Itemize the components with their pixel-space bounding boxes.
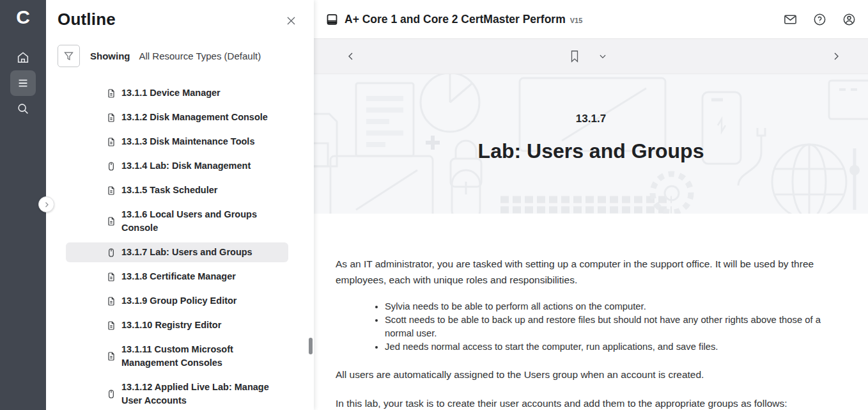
collapse-panel-button[interactable] — [38, 196, 54, 212]
outline-item-label: 13.1.8 Certificate Manager — [121, 270, 236, 283]
chevron-down-icon — [598, 52, 607, 61]
outline-list: 13.1.1 Device Manager 13 — [46, 83, 314, 410]
home-icon — [16, 51, 30, 65]
course-version-badge: V15 — [570, 17, 583, 24]
close-icon — [285, 15, 297, 27]
outline-item[interactable]: 13.1.7 Lab: Users and Groups — [66, 242, 288, 262]
outline-item[interactable]: 13.1.11 Custom Microsoft Management Cons… — [66, 340, 288, 373]
mail-icon — [783, 12, 798, 27]
close-outline-button[interactable] — [283, 12, 300, 29]
outline-item[interactable]: 13.1.2 Disk Management Console — [66, 107, 288, 127]
book-icon — [325, 13, 339, 26]
outline-item-label: 13.1.11 Custom Microsoft Management Cons… — [121, 343, 284, 370]
section-number: 13.1.7 — [576, 113, 606, 125]
outline-item[interactable]: 13.1.12 Applied Live Lab: Manage User Ac… — [66, 377, 288, 410]
bullet-item: Jed needs normal access to start the com… — [385, 340, 828, 354]
intro-paragraph: As an IT administrator, you are tasked w… — [336, 256, 836, 288]
header-actions — [782, 11, 858, 28]
account-button[interactable] — [841, 11, 858, 28]
outline-item-label: 13.1.2 Disk Management Console — [121, 111, 268, 124]
question-icon — [812, 12, 827, 27]
menu-icon — [16, 76, 30, 90]
outline-item-label: 13.1.5 Task Scheduler — [121, 184, 217, 197]
outline-item[interactable]: 13.1.4 Lab: Disk Management — [66, 156, 288, 176]
search-icon — [16, 102, 30, 116]
lesson-navbar — [314, 39, 868, 74]
hero-content: 13.1.7 Lab: Users and Groups — [314, 74, 868, 214]
outline-item-label: 13.1.9 Group Policy Editor — [121, 294, 237, 308]
lesson-body: As an IT administrator, you are tasked w… — [314, 214, 868, 410]
course-title: A+ Core 1 and Core 2 CertMaster Perform — [345, 13, 566, 26]
chevron-left-icon — [346, 51, 356, 61]
outline-item[interactable]: 13.1.6 Local Users and Groups Console — [66, 205, 288, 238]
outline-item-label: 13.1.7 Lab: Users and Groups — [121, 246, 252, 259]
outline-title: Outline — [58, 10, 116, 29]
document-icon — [106, 137, 116, 147]
bullet-item: Scott needs to be able to back up and re… — [385, 313, 828, 340]
bullet-item: Sylvia needs to be able to perform all a… — [385, 300, 828, 313]
app-window: C — [0, 0, 868, 410]
outline-item[interactable]: 13.1.9 Group Policy Editor — [66, 291, 288, 311]
lesson-hero: 13.1.7 Lab: Users and Groups — [314, 74, 868, 214]
document-icon — [106, 113, 116, 123]
mouse-icon — [106, 248, 116, 258]
search-button[interactable] — [10, 96, 36, 122]
user-icon — [842, 12, 856, 27]
outline-item[interactable]: 13.1.1 Device Manager — [66, 83, 288, 103]
showing-value: All Resource Types (Default) — [139, 51, 261, 61]
document-icon — [106, 272, 116, 282]
outline-item-label: 13.1.1 Device Manager — [121, 86, 221, 100]
messages-button[interactable] — [782, 11, 799, 28]
outline-item[interactable]: 13.1.8 Certificate Manager — [66, 267, 288, 287]
showing-label: Showing — [90, 51, 130, 61]
previous-page-button[interactable] — [342, 47, 360, 65]
outline-item-label: 13.1.12 Applied Live Lab: Manage User Ac… — [121, 381, 284, 407]
mouse-icon — [106, 161, 116, 171]
filter-button[interactable] — [58, 45, 80, 67]
bookmark-menu-button[interactable] — [594, 48, 611, 65]
outline-item-label: 13.1.10 Registry Editor — [121, 319, 221, 332]
funnel-icon — [63, 51, 74, 61]
outline-scrollbar-thumb[interactable] — [309, 338, 313, 354]
outline-scrollbar[interactable] — [308, 70, 313, 410]
outline-item-label: 13.1.4 Lab: Disk Management — [121, 159, 251, 173]
bullet-list: Sylvia needs to be able to perform all a… — [336, 300, 828, 354]
bookmark-group — [565, 45, 611, 67]
document-icon — [106, 351, 116, 361]
mouse-icon — [106, 389, 116, 399]
document-icon — [106, 185, 116, 196]
next-page-button[interactable] — [827, 47, 845, 65]
bookmark-button[interactable] — [565, 45, 584, 67]
main-content: A+ Core 1 and Core 2 CertMaster Perform … — [314, 0, 868, 410]
document-icon — [106, 320, 116, 331]
filter-row: Showing All Resource Types (Default) — [58, 45, 302, 67]
course-header: A+ Core 1 and Core 2 CertMaster Perform … — [314, 0, 868, 39]
home-button[interactable] — [10, 45, 36, 70]
task-paragraph: In this lab, your task is to create thei… — [336, 395, 836, 410]
outline-item-label: 13.1.3 Disk Maintenance Tools — [121, 135, 254, 148]
chevron-right-icon — [831, 51, 841, 61]
bookmark-icon — [569, 49, 580, 63]
document-icon — [106, 296, 116, 306]
help-button[interactable] — [811, 11, 828, 28]
document-icon — [106, 216, 116, 226]
outline-item[interactable]: 13.1.3 Disk Maintenance Tools — [66, 132, 288, 152]
outline-item[interactable]: 13.1.10 Registry Editor — [66, 315, 288, 335]
note-paragraph: All users are automatically assigned to … — [336, 367, 836, 382]
document-icon — [106, 88, 116, 99]
outline-panel: Outline Showing All Resource Types (Defa… — [46, 0, 314, 410]
outline-item-label: 13.1.6 Local Users and Groups Console — [121, 208, 284, 235]
chevron-right-icon — [43, 201, 50, 209]
lesson-title: Lab: Users and Groups — [478, 139, 704, 163]
outline-item[interactable]: 13.1.5 Task Scheduler — [66, 180, 288, 200]
outline-menu-button[interactable] — [10, 70, 36, 96]
comptia-logo: C — [16, 8, 30, 27]
